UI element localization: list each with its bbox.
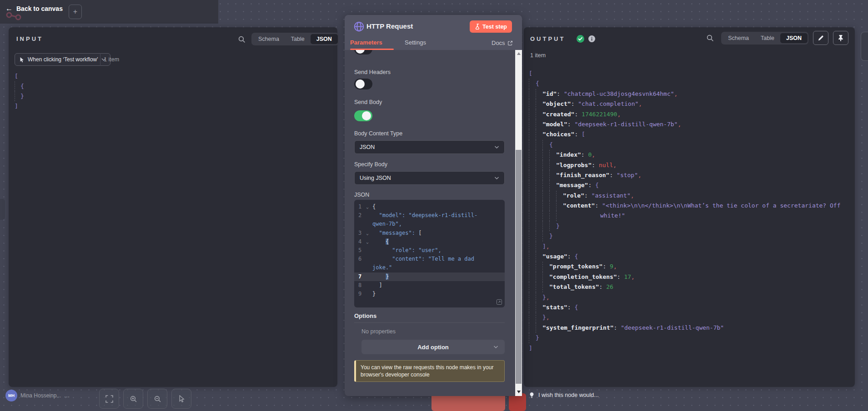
json-line: }, (529, 292, 841, 302)
editor-line[interactable]: 5 "role": "user", (354, 246, 505, 255)
lightbulb-icon (529, 391, 535, 399)
tab-table[interactable]: Table (755, 33, 780, 43)
editor-line[interactable]: 3⌄ "messages": [ (354, 229, 505, 238)
tab-settings[interactable]: Settings (405, 39, 426, 46)
editor-line[interactable]: 6 "content": "Tell me a dad (354, 255, 505, 263)
input-view-tabs: Schema Table JSON (251, 33, 339, 45)
editor-line[interactable]: 2 "model": "deepseek-r1-distill- (354, 211, 505, 220)
success-check-icon (577, 35, 584, 43)
json-field-label: JSON (354, 192, 369, 198)
json-line: "stats": { (529, 302, 841, 312)
fit-view-icon (105, 395, 113, 403)
editor-line[interactable]: 7 } (354, 272, 505, 281)
add-option-button[interactable]: Add option (361, 340, 505, 354)
scrollbar-thumb[interactable] (516, 150, 522, 384)
input-panel: INPUT Schema Table JSON When clicking ‘T… (9, 27, 337, 387)
user-menu[interactable]: MH Mina Hosseinp... ... (5, 390, 70, 401)
json-line: }, (529, 312, 841, 322)
json-line: "index": 0, (529, 150, 841, 160)
options-section-label: Options (354, 312, 376, 319)
editor-line[interactable]: 8 ] (354, 281, 505, 290)
external-link-icon (507, 40, 513, 46)
output-json-view: [{"id": "chatcmpl-uc38djosg4esvnk64hmc",… (529, 69, 841, 353)
json-body-editor[interactable]: 1⌄{2 "model": "deepseek-r1-distill-qwen-… (354, 200, 505, 307)
json-line: ] (529, 343, 841, 353)
fold-chevron-icon[interactable]: ⌄ (362, 229, 372, 238)
node-feedback-link[interactable]: I wish this node would... (529, 391, 599, 399)
send-body-toggle[interactable] (354, 110, 372, 121)
pencil-icon (818, 35, 824, 41)
pin-data-button[interactable] (833, 31, 848, 45)
input-items-count: 1 item (104, 56, 119, 63)
node-detail-panel: HTTP Request Test step Parameters Settin… (345, 15, 522, 396)
pin-icon (838, 35, 844, 41)
node-feedback-label: I wish this node would... (538, 392, 599, 398)
sidebar-collapse-handle[interactable] (0, 199, 5, 220)
node-title: HTTP Request (366, 22, 413, 30)
back-to-canvas-label: Back to canvas (16, 5, 63, 12)
output-items-count: 1 item (530, 52, 546, 59)
json-line: "usage": { (529, 252, 841, 262)
back-arrow-icon: ← (5, 5, 13, 13)
editor-line[interactable]: 1⌄{ (354, 203, 505, 211)
json-line: "choices": [ (529, 129, 841, 139)
send-headers-toggle[interactable] (354, 79, 372, 89)
test-step-button[interactable]: Test step (470, 20, 512, 33)
scroll-down-arrow[interactable] (515, 388, 522, 395)
editor-line[interactable]: joke." (354, 263, 505, 272)
parameters-scroll-area: Send Headers Send Body Body Content Type… (345, 50, 515, 396)
json-line: "content": "<think>\n\n</think>\n\nWhat’… (529, 201, 841, 211)
fold-chevron-icon[interactable]: ⌄ (362, 238, 372, 246)
output-view-tabs: Schema Table JSON (721, 32, 808, 45)
globe-icon (353, 21, 365, 32)
search-icon[interactable] (238, 35, 246, 43)
chevron-down-icon (494, 177, 499, 180)
json-line: "created": 1746221490, (529, 109, 841, 119)
user-menu-dots[interactable]: ... (64, 393, 70, 398)
chevron-down-icon (493, 346, 498, 349)
node-panel-scrollbar[interactable] (515, 50, 522, 396)
docs-link[interactable]: Docs (492, 40, 513, 46)
json-line: { (529, 140, 841, 150)
zoom-in-button[interactable] (123, 389, 143, 409)
pointer-mode-button[interactable] (171, 389, 191, 409)
tab-schema[interactable]: Schema (722, 33, 755, 43)
json-line: white!" (529, 211, 841, 221)
specify-body-value: Using JSON (360, 175, 391, 181)
json-line: } (529, 221, 841, 231)
edit-output-button[interactable] (813, 31, 828, 45)
info-icon[interactable] (588, 35, 595, 42)
json-line: } (529, 231, 841, 241)
editor-line[interactable]: 4⌄ { (354, 238, 505, 246)
body-content-type-label: Body Content Type (354, 130, 402, 137)
tab-json[interactable]: JSON (311, 34, 338, 44)
add-tab-button[interactable]: + (69, 5, 82, 19)
json-line: "finish_reason": "stop", (529, 170, 841, 180)
json-line: "message": { (529, 180, 841, 190)
scroll-up-arrow[interactable] (515, 50, 522, 57)
tab-json[interactable]: JSON (780, 33, 808, 43)
search-icon[interactable] (706, 34, 714, 42)
json-line: "logprobs": null, (529, 160, 841, 170)
specify-body-label: Specify Body (354, 161, 387, 168)
fold-chevron-icon[interactable]: ⌄ (362, 203, 372, 211)
tab-schema[interactable]: Schema (252, 34, 285, 44)
back-to-canvas-button[interactable]: ← Back to canvas (5, 5, 63, 13)
json-line: "id": "chatcmpl-uc38djosg4esvnk64hmc", (529, 89, 841, 99)
fit-view-button[interactable] (99, 389, 119, 409)
zoom-out-button[interactable] (147, 389, 167, 409)
body-content-type-select[interactable]: JSON (354, 140, 505, 154)
canvas-controls (99, 389, 191, 409)
editor-line[interactable]: qwen-7b", (354, 220, 505, 228)
resize-handle-icon[interactable] (497, 299, 502, 305)
json-line: [ (15, 71, 24, 81)
user-name: Mina Hosseinp... (20, 392, 61, 399)
json-line: "object": "chat.completion", (529, 99, 841, 109)
input-source-selector[interactable]: When clicking ‘Test workflow’ (15, 53, 110, 66)
tab-parameters[interactable]: Parameters (350, 39, 382, 46)
editor-line[interactable]: 9} (354, 290, 505, 298)
tab-table[interactable]: Table (285, 34, 311, 44)
specify-body-select[interactable]: Using JSON (354, 171, 505, 185)
partial-toggle[interactable] (354, 50, 372, 54)
avatar[interactable]: MH (5, 390, 17, 401)
